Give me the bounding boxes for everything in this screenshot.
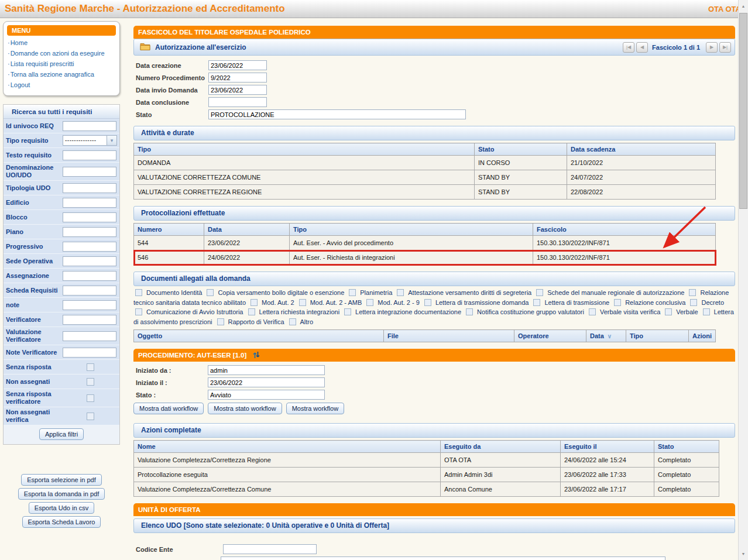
scroll-up-icon[interactable]: ▲ — [739, 1, 748, 11]
pagination-prev-button[interactable]: ◀ — [636, 42, 648, 53]
filter-input-valutazione-verificatore[interactable] — [63, 331, 116, 341]
filter-input-piano[interactable] — [63, 227, 116, 237]
workflow-swap-icon[interactable] — [253, 350, 260, 363]
table-row: DOMANDAIN CORSO21/10/2022 — [134, 156, 716, 170]
attachment-checkbox-list: Documento IdentitàCopia versamento bollo… — [133, 288, 735, 327]
export-button-esporta-scheda-lavoro[interactable]: Esporta Scheda Lavoro — [22, 516, 101, 528]
checkbox[interactable] — [614, 299, 621, 306]
field-input-iniziato-da[interactable] — [208, 365, 325, 375]
menu-item-torna-alla-sezione-anagrafica[interactable]: Torna alla sezione anagrafica — [4, 69, 119, 80]
attachment-type-item: Lettera integrazione documentazione — [342, 308, 461, 315]
menu-item-lista-requisiti-prescritti[interactable]: Lista requisiti prescritti — [4, 59, 119, 69]
dropdown-arrow-icon[interactable]: ▾ — [107, 136, 116, 145]
field-input-codice-ente[interactable] — [223, 544, 317, 554]
filter-input-sede-operativa[interactable] — [63, 256, 116, 266]
export-button-esporta-la-domanda-in-pdf[interactable]: Esporta la domanda in pdf — [18, 488, 105, 500]
checkbox[interactable] — [344, 308, 351, 315]
workflow-button-mostra-stato-workflow[interactable]: Mostra stato workflow — [208, 403, 282, 414]
filter-checkbox-senza-risposta-verificatore[interactable] — [87, 394, 94, 402]
attachment-type-item: Documento Identità — [133, 289, 202, 296]
checkbox[interactable] — [397, 289, 404, 296]
filter-checkbox-senza-risposta[interactable] — [87, 363, 94, 371]
filter-select-tipo-requisito[interactable]: --------------▾ — [63, 135, 117, 146]
checkbox[interactable] — [217, 318, 224, 325]
pagination-next-button[interactable]: ▶ — [706, 42, 718, 53]
checkbox[interactable] — [289, 318, 296, 325]
sort-desc-icon[interactable]: ∨ — [608, 333, 612, 339]
export-button-esporta-selezione-in-pdf[interactable]: Esporta selezione in pdf — [21, 474, 101, 486]
apply-filters-button[interactable]: Applica filtri — [39, 428, 84, 440]
filter-label: Note Verificatore — [6, 349, 63, 356]
scroll-thumb[interactable] — [739, 13, 747, 209]
workflow-button-mostra-workflow[interactable]: Mostra workflow — [286, 403, 344, 414]
filter-input-denominazione-uo-udo[interactable] — [63, 167, 116, 177]
field-input-data-creazione[interactable] — [208, 60, 267, 70]
checkbox[interactable] — [533, 299, 540, 306]
checkbox-label: Verbale visita verifica — [600, 308, 660, 315]
workflow-button-mostra-dati-workflow[interactable]: Mostra dati workflow — [133, 403, 204, 414]
checkbox[interactable] — [424, 299, 431, 306]
table-cell: Valutazione Completezza/Correttezza Comu… — [134, 482, 441, 497]
filter-input-note-verificatore[interactable] — [63, 348, 116, 358]
unita-fields: Codice Ente — [136, 543, 317, 555]
checkbox[interactable] — [135, 308, 142, 315]
checkbox[interactable] — [207, 289, 214, 296]
filter-label: note — [6, 301, 63, 309]
field-input-stato[interactable] — [208, 390, 325, 400]
field-input-iniziato-il[interactable] — [208, 377, 325, 387]
checkbox[interactable] — [349, 289, 356, 296]
checkbox[interactable] — [703, 308, 710, 315]
pagination-first-button[interactable]: |◀ — [623, 42, 634, 53]
filter-checkbox-non-assegnati-verifica[interactable] — [87, 413, 94, 420]
filter-input-verificatore[interactable] — [63, 315, 116, 325]
checkbox[interactable] — [589, 308, 596, 315]
table-row: Protocollazione eseguitaAdmin Admin 3di2… — [134, 468, 719, 482]
filter-row: Verificatore — [4, 312, 119, 327]
filter-input-testo-requisito[interactable] — [63, 150, 116, 160]
table-cell: Aut. Eser. - Richiesta di integrazioni — [290, 250, 533, 265]
checkbox[interactable] — [135, 289, 142, 296]
checkbox[interactable] — [690, 299, 697, 306]
scrollbar[interactable]: ▲ ▼ — [738, 0, 748, 560]
field-input-stato[interactable] — [208, 109, 466, 119]
field-input-numero-procedimento[interactable] — [208, 73, 267, 83]
menu-item-logout[interactable]: Logout — [4, 80, 119, 90]
filter-checkbox-non-assegnati[interactable] — [87, 378, 94, 386]
filter-input-edificio[interactable] — [63, 198, 116, 208]
filter-input-scheda-requisiti[interactable] — [63, 286, 116, 296]
export-button-esporta-udo-in-csv[interactable]: Esporta Udo in csv — [29, 502, 94, 514]
checkbox[interactable] — [248, 308, 255, 315]
table-cell: 150.30.130/2022/INF/871 — [533, 236, 716, 250]
checkbox[interactable] — [689, 289, 696, 296]
field-input-data-conclusione[interactable] — [208, 97, 267, 107]
table-row: 54423/06/2022Aut. Eser. - Avvio del proc… — [134, 236, 716, 250]
table-cell: DOMANDA — [134, 156, 475, 170]
checkbox[interactable] — [299, 299, 306, 306]
field-label: Stato : — [136, 391, 208, 398]
attachment-type-item: Attestazione versamento diritti di segre… — [395, 289, 531, 296]
filter-input-blocco[interactable] — [63, 212, 116, 222]
attachment-type-item: Lettera di trasmissione — [531, 299, 609, 306]
table-cell: Completato — [654, 482, 719, 497]
menu-item-home[interactable]: Home — [4, 37, 119, 48]
filter-label: Scheda Requisiti — [6, 287, 63, 294]
filter-input-tipologia-udo[interactable] — [63, 183, 116, 193]
checkbox[interactable] — [466, 308, 473, 315]
filter-input-note[interactable] — [63, 300, 116, 310]
checkbox[interactable] — [536, 289, 543, 296]
checkbox[interactable] — [251, 299, 258, 306]
documenti-table: OggettoFileOperatoreData∨TipoAzioni — [133, 329, 716, 342]
checkbox[interactable] — [665, 308, 672, 315]
field-input-data-invio-domanda[interactable] — [208, 85, 267, 95]
pagination-last-button[interactable]: ▶| — [719, 42, 731, 53]
filter-input-assegnazione[interactable] — [63, 271, 116, 281]
menu-item-domande-con-azioni-da-eseguire[interactable]: Domande con azioni da eseguire — [4, 48, 119, 59]
checkbox[interactable] — [366, 299, 373, 306]
cutoff-input[interactable] — [221, 556, 665, 560]
filter-input-id-univoco-req[interactable] — [63, 121, 116, 131]
column-header-numero: Numero — [134, 224, 204, 236]
azioni-section-title: Azioni completate — [133, 423, 735, 438]
filter-input-progressivo[interactable] — [63, 242, 116, 252]
checkbox-label: Comunicazione di Avvio Istruttoria — [146, 308, 243, 315]
scroll-down-icon[interactable]: ▼ — [739, 549, 748, 559]
